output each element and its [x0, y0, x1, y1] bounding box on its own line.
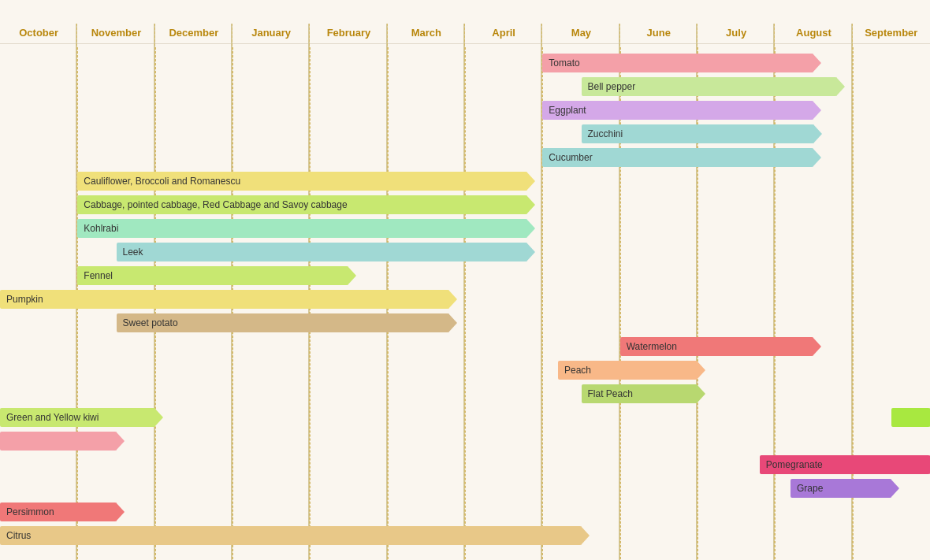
month-col-may: May — [542, 27, 619, 39]
month-col-august: August — [775, 27, 852, 39]
row-12: Watermelon — [0, 336, 930, 358]
harvest-calendar: OctoberNovemberDecemberJanuaryFebruaryMa… — [0, 27, 930, 547]
bar-5: Cauliflower, Broccoli and Romanescu — [77, 172, 526, 191]
bar-10: Pumpkin — [0, 290, 449, 309]
month-col-october: October — [0, 27, 77, 39]
month-col-march: March — [388, 27, 465, 39]
month-header: OctoberNovemberDecemberJanuaryFebruaryMa… — [0, 27, 930, 44]
bar-8: Leek — [117, 243, 527, 261]
rows-area: TomatoBell pepperEggplantZucchiniCucumbe… — [0, 47, 930, 547]
row-13: Peach — [0, 359, 930, 381]
row-9: Fennel — [0, 265, 930, 287]
bar-0: Tomato — [542, 54, 813, 72]
bar-13: Peach — [558, 361, 698, 380]
row-8: Leek — [0, 241, 930, 263]
row-2: Eggplant — [0, 99, 930, 121]
month-col-april: April — [465, 27, 542, 39]
row-10: Pumpkin — [0, 288, 930, 310]
row-19: Persimmon — [0, 501, 930, 523]
bar-2: Eggplant — [542, 101, 813, 120]
row-15: Green and Yellow kiwi — [0, 406, 930, 428]
bar-4: Cucumber — [542, 148, 813, 167]
month-col-january: January — [232, 27, 310, 39]
row-5: Cauliflower, Broccoli and Romanescu — [0, 170, 930, 192]
row-18: Grape — [0, 477, 930, 499]
row-1: Bell pepper — [0, 76, 930, 98]
bar-21: Citrus — [0, 526, 582, 545]
bar-9: Fennel — [77, 266, 348, 285]
bar-1: Bell pepper — [582, 77, 838, 96]
bar-6: Cabbage, pointed cabbage, Red Cabbage an… — [77, 195, 526, 214]
bar-17 — [0, 432, 117, 451]
month-col-september: September — [853, 27, 930, 39]
bar-7: Kohlrabi — [77, 219, 526, 238]
month-col-july: July — [698, 27, 775, 39]
row-6: Cabbage, pointed cabbage, Red Cabbage an… — [0, 194, 930, 216]
row-0: Tomato — [0, 52, 930, 74]
page: OctoberNovemberDecemberJanuaryFebruaryMa… — [0, 0, 930, 560]
row-17: Pomegranate — [0, 454, 930, 476]
row-7: Kohlrabi — [0, 217, 930, 239]
row-11: Sweet potato — [0, 312, 930, 334]
bar-11: Sweet potato — [117, 313, 450, 332]
month-col-february: February — [310, 27, 387, 39]
month-col-december: December — [155, 27, 232, 39]
bar-14: Flat Peach — [582, 384, 698, 403]
row-20: Citrus — [0, 525, 930, 547]
row-3: Zucchini — [0, 123, 930, 145]
bar-18: Pomegranate — [760, 455, 930, 474]
bar-12: Watermelon — [620, 337, 814, 356]
bar-3: Zucchini — [582, 124, 814, 143]
row-16 — [0, 430, 930, 452]
month-col-june: June — [620, 27, 698, 39]
bar-15: Green and Yellow kiwi — [0, 408, 155, 427]
bar-19: Grape — [790, 479, 891, 498]
row-14: Flat Peach — [0, 383, 930, 405]
bar-16 — [891, 408, 930, 427]
row-4: Cucumber — [0, 146, 930, 169]
bar-20: Persimmon — [0, 503, 117, 521]
month-col-november: November — [77, 27, 154, 39]
